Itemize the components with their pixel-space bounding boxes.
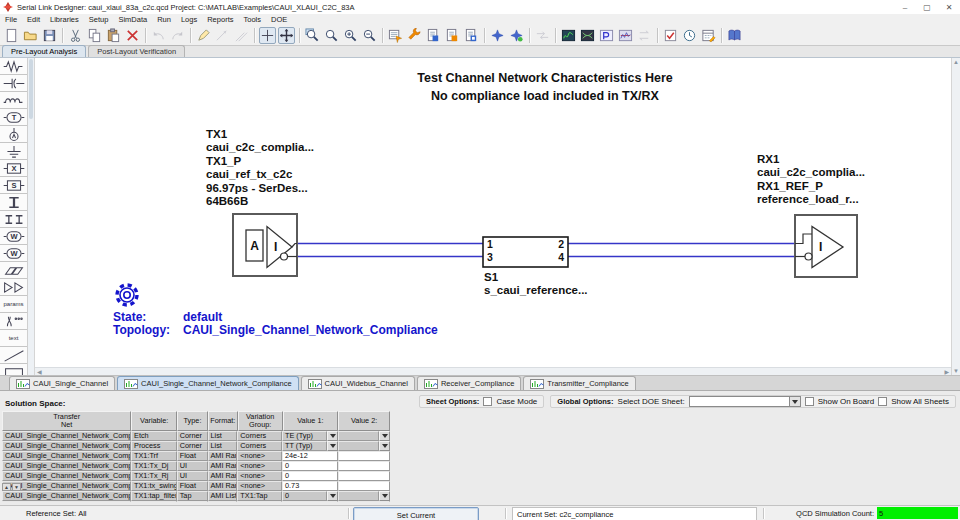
sheet-tab-receiver_compliance[interactable]: Receiver_Compliance [417,376,521,390]
palette-line-tool[interactable] [0,347,27,364]
sheet-tab-caui_widebus_channel[interactable]: CAUI_Widebus_Channel [301,376,415,390]
value-dropdown-button[interactable] [327,431,338,441]
table-cell[interactable]: TX1:Trf [131,451,177,461]
state-row[interactable]: State: default [113,310,222,324]
rx-symbol[interactable]: I [795,215,857,277]
palette-via-pair-tool[interactable] [0,211,27,228]
menu-libraries[interactable]: Libraries [45,15,84,24]
value-text[interactable] [338,491,379,501]
table-cell[interactable]: TX1:Tap [237,501,282,502]
table-row[interactable]: CAUI_Single_Channel_Network_ComplianceEt… [2,431,390,441]
palette-w-element-tool[interactable]: W [0,228,27,245]
show-all-sheets-checkbox[interactable] [878,397,887,406]
table-cell[interactable]: TX1:tap_filter.-1 [131,491,177,501]
value-cell[interactable] [338,501,390,502]
toolbar-waveform-viewer-button[interactable] [560,27,577,44]
table-cell[interactable]: AMI Range [208,471,238,481]
table-cell[interactable]: UI [177,471,208,481]
toolbar-paste-button[interactable] [105,27,122,44]
table-cell[interactable]: Tap [177,491,208,501]
case-mode-checkbox[interactable] [483,397,492,406]
palette-probe-tool[interactable] [0,126,27,143]
toolbar-sheet-properties-button[interactable] [387,27,404,44]
value-cell[interactable]: 0.73 [282,481,338,491]
palette-scrollbar[interactable] [28,58,35,375]
table-cell[interactable]: Corner [177,431,208,441]
sheet-tab-transmitter_compliance[interactable]: Transmitter_Compliance [523,376,635,390]
menu-reports[interactable]: Reports [202,15,238,24]
value-text[interactable] [338,441,379,451]
table-cell[interactable]: Process [131,441,177,451]
value-cell[interactable] [338,451,390,461]
palette-capacitor-tool[interactable] [0,75,27,92]
schematic-canvas[interactable]: Test Channel Network Characteristics Her… [35,58,951,375]
menu-edit[interactable]: Edit [22,15,45,24]
toolbar-delete-button[interactable] [124,27,141,44]
value-text[interactable]: 0 [282,461,338,471]
table-cell[interactable]: TX1:Tx_Dj [131,461,177,471]
value-text[interactable]: TE (Typ) [282,431,327,441]
value-text[interactable] [338,431,379,441]
column-header[interactable]: Type: [177,411,208,431]
menu-doe[interactable]: DOE [266,15,292,24]
palette-transmission-line-tool[interactable]: T [0,109,27,126]
palette-connector-tool[interactable] [0,313,27,330]
value-text[interactable] [338,481,390,491]
table-cell[interactable]: Etch [131,431,177,441]
table-cell[interactable]: List [208,441,238,451]
value-cell[interactable]: 0 [282,491,338,501]
table-cell[interactable]: Corners [237,441,282,451]
value-cell[interactable] [338,481,390,491]
column-header[interactable]: Value 1: [283,411,339,431]
sheet-tab-caui_single_channel[interactable]: CAUI_Single_Channel [9,376,115,390]
value-cell[interactable] [338,431,390,441]
workspace-tab-post-layout-verification[interactable]: Post-Layout Verification [88,45,185,57]
toolbar-doe-status-button[interactable] [700,27,717,44]
toolbar-open-button[interactable] [22,27,39,44]
table-cell[interactable]: Corners [237,431,282,441]
value-cell[interactable] [338,491,390,501]
tx-symbol[interactable]: A I [233,214,297,276]
show-on-board-checkbox[interactable] [805,397,814,406]
value-text[interactable]: 0 [282,491,327,501]
value-dropdown-button[interactable] [327,441,338,451]
value-text[interactable]: TT (Typ) [282,441,327,451]
value-cell[interactable] [338,461,390,471]
minimize-button[interactable]: – [894,1,916,14]
value-dropdown-button[interactable] [379,431,390,441]
toolbar-doe-wizard-button[interactable] [508,27,525,44]
palette-text-tool[interactable]: text [0,330,27,347]
toolbar-tune-button[interactable] [406,27,423,44]
table-cell[interactable]: <none> [237,481,282,491]
value-dropdown-button[interactable] [379,441,390,451]
toolbar-report-channel-button[interactable] [463,27,480,44]
menu-file[interactable]: File [0,15,22,24]
table-row[interactable]: CAUI_Single_Channel_Network_ComplianceTX… [2,451,390,461]
table-cell[interactable]: CAUI_Single_Channel_Network_Compliance [2,451,131,461]
menu-tools[interactable]: Tools [238,15,266,24]
table-cell[interactable]: <none> [237,461,282,471]
canvas-hscrollbar[interactable]: ◀▶ [35,367,951,375]
palette-coupler-tool[interactable] [0,262,27,279]
table-cell[interactable]: AMI Range [208,461,238,471]
toolbar-new-button[interactable] [3,27,20,44]
toolbar-cut-button[interactable] [67,27,84,44]
value-cell[interactable]: 1.0 [282,501,338,502]
column-header[interactable]: Format: [208,411,238,431]
toolbar-copy-button[interactable] [86,27,103,44]
set-current-button[interactable]: Set Current [353,507,479,520]
table-cell[interactable]: CAUI_Single_Channel_Network_Compliance [2,461,131,471]
table-cell[interactable]: Float [177,481,208,491]
maximize-button[interactable]: ▢ [916,1,938,14]
toolbar-report-tx-button[interactable] [425,27,442,44]
doe-sheet-combobox[interactable] [689,396,801,407]
palette-x-block-tool[interactable]: X [0,160,27,177]
table-cell[interactable]: <none> [237,451,282,461]
palette-via-tool[interactable] [0,194,27,211]
value-cell[interactable]: 0 [282,471,338,481]
column-header[interactable]: Variation Group: [238,411,283,431]
table-cell[interactable]: UI [177,461,208,471]
toolbar-jitter-viewer-button[interactable] [617,27,634,44]
value-text[interactable]: 0.73 [282,481,338,491]
table-row[interactable]: CAUI_Single_Channel_Network_ComplianceTX… [2,481,390,491]
